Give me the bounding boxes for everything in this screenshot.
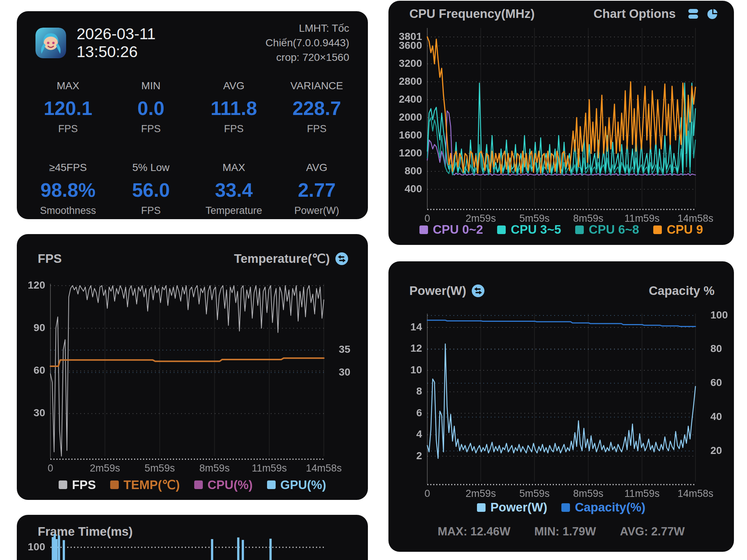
power-chart-title-group: Power(W) (409, 284, 485, 298)
cpu-chart-header: CPU Frequency(MHz) Chart Options (388, 1, 734, 21)
power-chart-header: Power(W) Capacity % (388, 261, 734, 298)
stat-avg-fps: AVG111.8FPS (192, 80, 275, 135)
swap-axis-icon[interactable] (471, 284, 485, 298)
legend-swatch (194, 480, 203, 489)
summary-header: 2026-03-11 13:50:26 LMHT: Tốc Chiến(7.0.… (17, 11, 368, 65)
legend-item-cpu0-2[interactable]: CPU 0~2 (419, 223, 483, 237)
fps-chart-card: FPS Temperature(℃) FPS TEMP(℃) CPU(%) GP… (17, 234, 368, 500)
fps-chart-title: FPS (38, 252, 62, 266)
legend-swatch (477, 503, 486, 512)
fps-chart-header: FPS Temperature(℃) (17, 234, 368, 266)
chart-options-icons (687, 7, 719, 20)
capacity-axis-title: Capacity % (649, 284, 715, 298)
app-icon (35, 28, 66, 58)
legend-item-cpu-pct[interactable]: CPU(%) (194, 478, 253, 492)
chart-type-pie-icon[interactable] (706, 7, 719, 20)
power-chart-card: Power(W) Capacity % Power(W) Capacity(%)… (388, 261, 734, 552)
power-chart-canvas[interactable] (388, 302, 734, 500)
stat-variance-fps: VARIANCE228.7FPS (275, 80, 358, 135)
legend-swatch (59, 480, 67, 489)
stat-max-temperature: MAX33.4Temperature (192, 162, 275, 217)
legend-item-temp[interactable]: TEMP(℃) (110, 477, 180, 492)
stat-avg-power: AVG2.77Power(W) (275, 162, 358, 217)
frame-time-chart-canvas[interactable] (17, 530, 368, 560)
power-chart-legend: Power(W) Capacity(%) (388, 500, 734, 514)
cpu-frequency-chart-canvas[interactable] (388, 22, 734, 224)
legend-swatch (419, 225, 428, 234)
stat-smoothness: ≥45FPS98.8%Smoothness (27, 162, 109, 217)
fps-chart-legend: FPS TEMP(℃) CPU(%) GPU(%) (17, 477, 368, 492)
power-chart-title: Power(W) (409, 284, 466, 298)
cpu-frequency-chart-card: CPU Frequency(MHz) Chart Options CPU 0~2 (388, 1, 734, 245)
legend-swatch (653, 225, 662, 234)
cpu-chart-legend: CPU 0~2 CPU 3~5 CPU 6~8 CPU 9 (388, 223, 734, 237)
legend-item-power[interactable]: Power(W) (477, 500, 547, 514)
power-avg-stat: AVG: 2.77W (620, 525, 685, 538)
fps-chart-canvas[interactable] (17, 276, 368, 478)
legend-item-cpu3-5[interactable]: CPU 3~5 (497, 223, 561, 237)
chart-type-bars-icon[interactable] (687, 7, 700, 20)
stat-5pct-low: 5% Low56.0FPS (109, 162, 192, 217)
crop-info: crop: 720×1560 (217, 50, 349, 65)
chart-options-label: Chart Options (593, 7, 676, 21)
summary-card: 2026-03-11 13:50:26 LMHT: Tốc Chiến(7.0.… (17, 11, 368, 219)
power-max-stat: MAX: 12.46W (438, 525, 511, 538)
legend-item-fps[interactable]: FPS (59, 478, 96, 492)
chart-options: Chart Options (593, 7, 719, 21)
stat-min-fps: MIN0.0FPS (109, 80, 192, 135)
legend-item-capacity[interactable]: Capacity(%) (561, 500, 645, 514)
legend-swatch (497, 225, 506, 234)
legend-item-cpu6-8[interactable]: CPU 6~8 (575, 223, 639, 237)
app-icon-art (35, 28, 66, 58)
power-stats-row: MAX: 12.46W MIN: 1.79W AVG: 2.77W (388, 525, 734, 538)
summary-stats-grid: MAX120.1FPS MIN0.0FPS AVG111.8FPS VARIAN… (17, 80, 368, 217)
frame-time-chart-card: Frame Time(ms) (17, 515, 368, 560)
legend-swatch (575, 225, 584, 234)
legend-swatch (561, 503, 570, 512)
record-datetime: 2026-03-11 13:50:26 (77, 25, 217, 61)
cpu-chart-title: CPU Frequency(MHz) (409, 7, 535, 21)
stat-max-fps: MAX120.1FPS (27, 80, 109, 135)
legend-item-gpu-pct[interactable]: GPU(%) (267, 478, 326, 492)
legend-swatch (267, 480, 276, 489)
swap-axis-icon[interactable] (335, 252, 348, 265)
legend-item-cpu9[interactable]: CPU 9 (653, 223, 703, 237)
legend-swatch (110, 480, 119, 489)
fps-right-axis-title: Temperature(℃) (234, 251, 349, 266)
app-info: LMHT: Tốc Chiến(7.0.0.9443) crop: 720×15… (217, 21, 349, 65)
perfdog-report-page: 2026-03-11 13:50:26 LMHT: Tốc Chiến(7.0.… (0, 0, 747, 560)
app-name: LMHT: Tốc Chiến(7.0.0.9443) (217, 21, 349, 50)
power-min-stat: MIN: 1.79W (534, 525, 596, 538)
